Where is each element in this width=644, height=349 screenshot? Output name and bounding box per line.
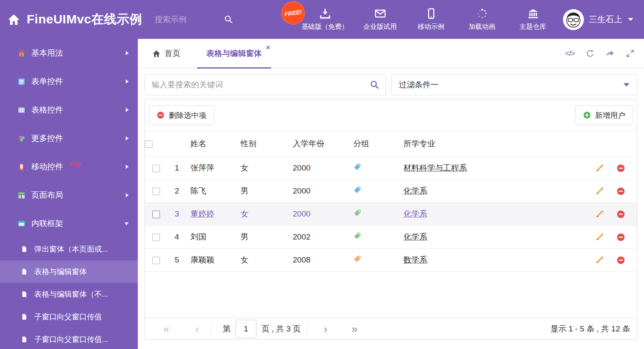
sidebar-item-mobile-controls[interactable]: 移动控件 Corp. — [0, 153, 138, 181]
nav-enterprise-trial[interactable]: 企业版试用 — [361, 8, 399, 31]
search-icon[interactable] — [370, 80, 379, 89]
nav-basic-edition[interactable]: FREE! 基础版（免费） — [302, 8, 348, 31]
fullscreen-icon[interactable] — [626, 49, 635, 58]
grid-toolbar: 删除选中项 新增用户 — [145, 99, 637, 131]
edit-pencil-icon[interactable] — [595, 256, 604, 265]
header-nav: FREE! 基础版（免费） 企业版试用 移动示例 加载动画 — [302, 8, 552, 31]
row-checkbox[interactable] — [152, 165, 160, 172]
cell-gender: 女 — [236, 203, 289, 226]
row-checkbox[interactable] — [152, 234, 160, 241]
tab-label: 表格与编辑窗体 — [206, 48, 262, 59]
button-label: 删除选中项 — [169, 110, 206, 120]
cell-name: 刘国 — [186, 226, 236, 249]
filter-row: 过滤条件一 — [145, 74, 637, 95]
tab-home[interactable]: 首页 — [152, 48, 180, 59]
delete-row-icon[interactable] — [616, 210, 625, 219]
sidebar-subitem-child-to-parent[interactable]: 子窗口向父窗口传值 — [0, 306, 138, 328]
tag-icon — [353, 232, 361, 240]
tag-icon — [353, 255, 361, 263]
source-code-icon[interactable]: </> — [565, 49, 575, 58]
page-label-suffix: 页 , 共 3 页 — [261, 324, 301, 334]
table-row[interactable]: 1 张萍萍 女 2000 材料科学与工程系 — [145, 157, 637, 180]
search-icon[interactable] — [224, 15, 233, 24]
delete-selected-button[interactable]: 删除选中项 — [149, 105, 214, 125]
sidebar-item-page-layout[interactable]: 页面布局 — [0, 181, 138, 209]
column-header-name[interactable]: 姓名 — [186, 131, 236, 157]
tab-grid-edit-window[interactable]: 表格与编辑窗体 × — [197, 39, 271, 68]
column-header-gender[interactable]: 性别 — [236, 131, 289, 157]
column-header-year[interactable]: 入学年份 — [289, 131, 349, 157]
major-link[interactable]: 化学系 — [403, 209, 427, 218]
delete-row-icon[interactable] — [616, 233, 625, 242]
sidebar-item-more-controls[interactable]: 更多控件 — [0, 124, 138, 153]
select-all-checkbox[interactable] — [145, 140, 152, 148]
table-row-selected[interactable]: 3 董婷婷 女 2000 化学系 — [145, 203, 637, 226]
sidebar-item-iframe[interactable]: 内联框架 — [0, 209, 138, 238]
keyword-search-input[interactable] — [145, 74, 386, 95]
table-row[interactable]: 4 刘国 男 2002 化学系 — [145, 226, 637, 249]
tab-tools: </> — [565, 49, 644, 58]
column-header-major[interactable]: 所学专业 — [399, 131, 589, 157]
last-page-button[interactable]: » — [352, 324, 357, 334]
first-page-button[interactable]: « — [163, 324, 169, 334]
corp-badge: Corp. — [70, 161, 82, 167]
row-number: 5 — [167, 249, 186, 272]
next-page-button[interactable]: › — [324, 324, 327, 334]
user-menu[interactable]: 三生石上 — [563, 9, 644, 30]
cell-name: 董婷婷 — [186, 203, 236, 226]
cell-year: 2000 — [289, 203, 349, 226]
table-row[interactable]: 5 康颖颖 女 2008 数学系 — [145, 249, 637, 272]
sidebar-item-label: 页面布局 — [31, 190, 63, 201]
cell-name: 康颖颖 — [186, 249, 236, 272]
filter-dropdown[interactable]: 过滤条件一 — [391, 74, 637, 95]
sidebar-item-grid-controls[interactable]: 表格控件 — [0, 96, 138, 124]
major-link[interactable]: 数学系 — [403, 255, 427, 264]
major-link[interactable]: 化学系 — [403, 232, 427, 241]
nav-loading-animation[interactable]: 加载动画 — [463, 8, 501, 31]
sidebar-item-basic-usage[interactable]: 基本用法 — [0, 39, 138, 67]
file-icon — [21, 246, 28, 252]
nav-label: 加载动画 — [469, 23, 495, 31]
sidebar-item-label: 内联框架 — [31, 218, 63, 229]
major-link[interactable]: 材料科学与工程系 — [403, 163, 467, 172]
file-icon — [21, 336, 28, 343]
tab-bar: 首页 表格与编辑窗体 × </> — [138, 39, 644, 69]
row-checkbox[interactable] — [152, 211, 160, 218]
sidebar-item-form-controls[interactable]: 表单控件 — [0, 67, 138, 96]
grid-panel: 删除选中项 新增用户 姓名 性别 入学年份 分组 所学专业 — [145, 99, 637, 340]
nav-mobile-demo[interactable]: 移动示例 — [412, 8, 450, 31]
major-link[interactable]: 化学系 — [403, 186, 427, 195]
sidebar-subitem-label: 表格与编辑窗体（不... — [34, 289, 108, 299]
sidebar-subitem-grid-edit-window[interactable]: 表格与编辑窗体 — [0, 260, 138, 283]
edit-pencil-icon[interactable] — [595, 164, 604, 173]
edit-pencil-icon[interactable] — [595, 210, 604, 219]
delete-row-icon[interactable] — [616, 187, 625, 196]
sidebar-subitem-child-to-parent-2[interactable]: 子窗口向父窗口传值... — [0, 328, 138, 349]
edit-pencil-icon[interactable] — [595, 187, 604, 196]
close-icon[interactable]: × — [266, 44, 270, 51]
avatar — [563, 9, 584, 30]
row-checkbox[interactable] — [152, 257, 160, 264]
filter-dropdown-value: 过滤条件一 — [399, 79, 439, 90]
nav-label: 主题仓库 — [520, 23, 546, 31]
sidebar-subitem-grid-edit-window-2[interactable]: 表格与编辑窗体（不... — [0, 283, 138, 306]
row-checkbox[interactable] — [152, 188, 160, 195]
table-row[interactable]: 2 陈飞 男 2000 化学系 — [145, 180, 637, 203]
add-user-button[interactable]: 新增用户 — [575, 105, 633, 125]
header-search-input[interactable] — [155, 15, 213, 24]
delete-row-icon[interactable] — [616, 164, 625, 173]
flower-icon — [18, 135, 25, 143]
share-arrow-icon[interactable] — [606, 49, 615, 58]
delete-row-icon[interactable] — [616, 256, 625, 265]
nav-label: 企业版试用 — [363, 23, 397, 31]
edit-pencil-icon[interactable] — [595, 233, 604, 242]
nav-theme-repo[interactable]: 主题仓库 — [514, 8, 552, 31]
brand[interactable]: FineUIMvc在线示例 — [0, 11, 142, 28]
user-name: 三生石上 — [589, 14, 622, 25]
page-number-input[interactable] — [236, 320, 256, 338]
row-number: 4 — [167, 226, 186, 249]
sidebar-subitem-popup-window[interactable]: 弹出窗体（本页面或... — [0, 238, 138, 260]
column-header-group[interactable]: 分组 — [349, 131, 399, 157]
prev-page-button[interactable]: ‹ — [195, 324, 199, 334]
refresh-icon[interactable] — [586, 49, 595, 58]
